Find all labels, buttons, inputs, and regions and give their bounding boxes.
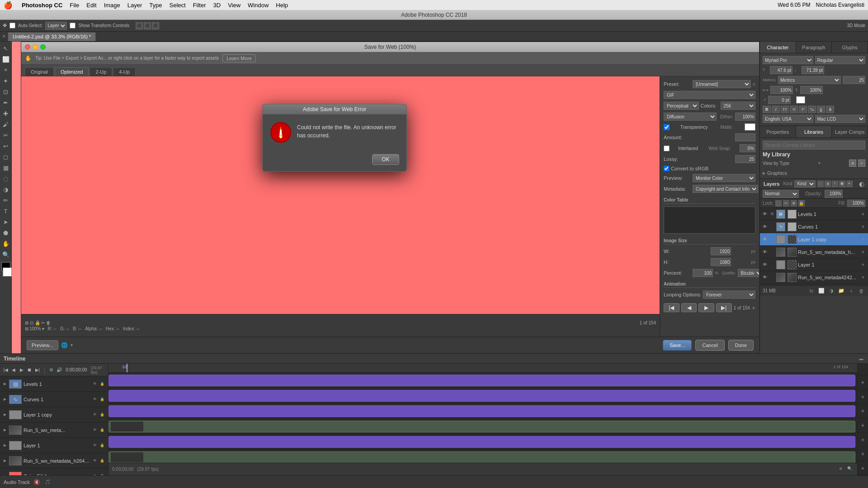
error-ok-button[interactable]: OK	[372, 154, 399, 165]
error-titlebar: Adobe Save for Web Error	[263, 104, 406, 114]
error-overlay: Adobe Save for Web Error ! Could not wri…	[0, 0, 868, 488]
svg-text:!: !	[279, 127, 283, 141]
error-footer: OK	[263, 150, 406, 171]
error-icon: !	[270, 122, 292, 143]
error-dialog: Adobe Save for Web Error ! Could not wri…	[262, 104, 407, 172]
error-body: ! Could not write the file. An unknown e…	[263, 114, 406, 150]
error-title: Adobe Save for Web Error	[303, 106, 367, 113]
error-message: Could not write the file. An unknown err…	[297, 124, 396, 139]
error-message-text: Could not write the file. An unknown err…	[297, 122, 396, 140]
